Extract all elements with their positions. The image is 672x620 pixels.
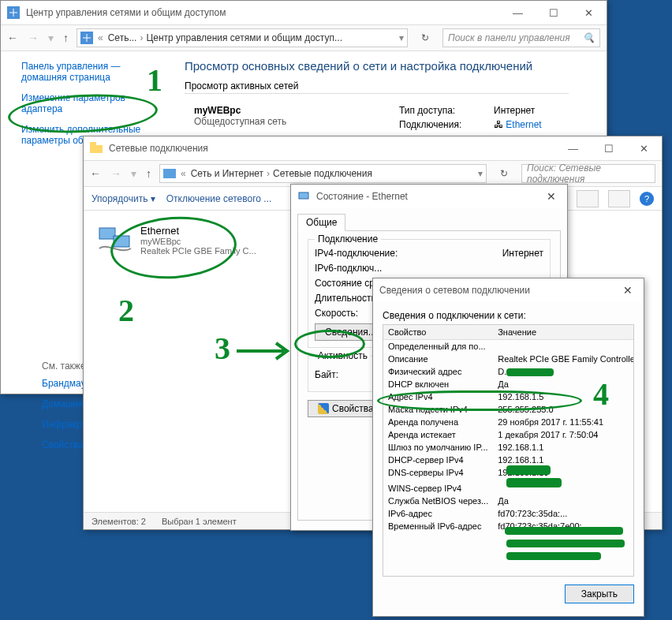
ipv4-conn-value: Интернет	[502, 248, 543, 259]
value-cell: 192.168.1.1	[493, 454, 634, 466]
value-cell: Realtek PCIe GBE Family Controller	[493, 353, 634, 365]
history-dropdown[interactable]: ▾	[48, 32, 54, 44]
close-button[interactable]: ✕	[626, 136, 662, 160]
disable-device-button[interactable]: Отключение сетевого ...	[166, 193, 272, 204]
svg-rect-3	[90, 142, 96, 146]
refresh-button[interactable]: ↻	[495, 168, 513, 179]
svg-rect-4	[163, 169, 176, 178]
table-row[interactable]: Аренда получена29 ноября 2017 г. 11:55:4…	[383, 416, 634, 428]
details-table: Свойство Значение Определенный для по...…	[383, 324, 634, 577]
property-cell: Маска подсети IPv4	[383, 403, 493, 416]
sidebar-home-link[interactable]: Панель управления — домашняя страница	[21, 61, 161, 83]
ethernet-icon: 🖧	[494, 119, 503, 130]
svg-rect-5	[99, 228, 115, 239]
adapter-item-ethernet[interactable]: Ethernet myWEBpc Realtek PCIe GBE Family…	[95, 222, 284, 260]
value-cell	[493, 482, 634, 495]
table-row[interactable]: Маска подсети IPv4255.255.255.0	[383, 403, 634, 416]
property-cell: Адрес IPv4	[383, 390, 493, 403]
search-input[interactable]: Поиск в панели управления 🔍	[442, 28, 600, 47]
active-network-row: myWEBpc Общедоступная сеть Тип доступа:И…	[185, 97, 592, 133]
minimize-button[interactable]: —	[555, 136, 591, 160]
property-cell: Шлюз по умолчанию IP...	[383, 441, 493, 454]
close-button[interactable]: ✕	[571, 1, 607, 24]
close-button[interactable]: ✕	[536, 190, 567, 203]
up-button[interactable]: ↑	[146, 167, 151, 180]
property-cell: Аренда истекает	[383, 428, 493, 441]
up-button[interactable]: ↑	[63, 32, 69, 44]
table-row[interactable]: Шлюз по умолчанию IP...192.168.1.1	[383, 441, 634, 454]
close-dialog-button[interactable]: Закрыть	[565, 585, 634, 603]
network-center-icon	[7, 6, 20, 19]
bytes-label: Байт:	[315, 369, 338, 380]
back-button[interactable]: ←	[90, 167, 101, 180]
adapter-name: Ethernet	[140, 225, 256, 237]
adapter-device: Realtek PCIe GBE Family C...	[140, 246, 256, 256]
property-cell: Описание	[383, 353, 493, 365]
history-dropdown[interactable]: ▾	[131, 167, 136, 180]
search-input[interactable]: Поиск: Сетевые подключения	[521, 164, 655, 183]
connection-link[interactable]: Ethernet	[506, 119, 541, 130]
table-row[interactable]: Определенный для по...	[383, 340, 634, 353]
value-cell: Да	[493, 378, 634, 390]
property-cell: Временный IPv6-адрес	[383, 520, 493, 532]
value-cell: 192.168.1.16	[493, 466, 634, 479]
organize-menu[interactable]: Упорядочить ▾	[91, 193, 155, 204]
address-bar[interactable]: « Сеть...› Центр управления сетями и общ…	[77, 28, 408, 47]
nav-toolbar: ← → ▾ ↑ « Сеть...› Центр управления сетя…	[1, 24, 607, 51]
forward-button: →	[110, 167, 121, 180]
access-value: Интернет	[494, 105, 535, 116]
ethernet-icon	[297, 190, 310, 203]
table-row[interactable]: Временный IPv6-адресfd70:723c:35da:7e00:…	[383, 520, 634, 532]
maximize-button[interactable]: ☐	[591, 136, 626, 160]
dropdown-icon[interactable]: ▾	[478, 168, 483, 179]
table-row[interactable]: Служба NetBIOS через...Да	[383, 495, 634, 507]
ipv6-conn-label: IPv6-подключ...	[315, 263, 382, 274]
table-row[interactable]: WINS-сервер IPv4	[383, 482, 634, 495]
property-cell: DNS-серверы IPv4	[383, 466, 493, 479]
minimize-button[interactable]: —	[500, 1, 536, 24]
refresh-button[interactable]: ↻	[416, 32, 435, 43]
table-row[interactable]: Аренда истекает1 декабря 2017 г. 7:50:04	[383, 428, 634, 441]
dropdown-icon[interactable]: ▾	[399, 32, 404, 43]
back-button[interactable]: ←	[7, 32, 18, 44]
network-type: Общедоступная сеть	[194, 116, 399, 127]
value-cell: D...	[493, 365, 634, 378]
table-row[interactable]: Физический адресD...	[383, 365, 634, 378]
table-row[interactable]: IPv6-адресfd70:723c:35da:...	[383, 507, 634, 520]
value-cell: 192.168.1.1	[493, 441, 634, 454]
view-button[interactable]	[577, 190, 599, 207]
ethernet-adapter-icon	[98, 225, 133, 256]
property-cell: DHCP-сервер IPv4	[383, 454, 493, 466]
table-row[interactable]: ОписаниеRealtek PCIe GBE Family Controll…	[383, 353, 634, 365]
breadcrumb[interactable]: Сеть...› Центр управления сетями и общим…	[108, 32, 394, 43]
tab-general[interactable]: Общие	[297, 214, 345, 231]
svg-rect-2	[90, 145, 103, 153]
col-value[interactable]: Значение	[493, 325, 634, 340]
table-row[interactable]: Адрес IPv4192.168.1.5	[383, 390, 634, 403]
folder-icon	[90, 142, 103, 155]
svg-rect-6	[114, 236, 129, 247]
table-row[interactable]: DHCP-сервер IPv4192.168.1.1	[383, 454, 634, 466]
table-row[interactable]: DNS-серверы IPv4192.168.1.16	[383, 466, 634, 479]
value-cell: 255.255.255.0	[493, 403, 634, 416]
details-label: Сведения о подключении к сети:	[383, 310, 634, 321]
property-cell: IPv6-адрес	[383, 507, 493, 520]
address-bar[interactable]: « Сеть и Интернет› Сетевые подключения ▾	[159, 164, 487, 183]
network-name: myWEBpc	[194, 105, 399, 116]
nav-toolbar: ← → ▾ ↑ « Сеть и Интернет› Сетевые подкл…	[84, 160, 662, 187]
table-row[interactable]: DHCP включенДа	[383, 378, 634, 390]
col-property[interactable]: Свойство	[383, 325, 493, 340]
close-button[interactable]: ✕	[612, 284, 644, 297]
property-cell: WINS-сервер IPv4	[383, 482, 493, 495]
help-button[interactable]: ?	[640, 192, 654, 206]
property-cell: Определенный для по...	[383, 340, 493, 353]
preview-button[interactable]	[608, 190, 630, 207]
breadcrumb[interactable]: Сеть и Интернет› Сетевые подключения	[191, 168, 473, 179]
shield-icon	[318, 403, 329, 414]
maximize-button[interactable]: ☐	[536, 1, 571, 24]
sidebar-adapter-settings-link[interactable]: Изменение параметров адаптера	[21, 92, 161, 114]
titlebar: Сведения о сетевом подключении ✕	[373, 278, 644, 302]
connection-details-dialog: Сведения о сетевом подключении ✕ Сведени…	[372, 278, 644, 617]
active-networks-header: Просмотр активных сетей	[185, 80, 592, 94]
value-cell: 1 декабря 2017 г. 7:50:04	[493, 428, 634, 441]
